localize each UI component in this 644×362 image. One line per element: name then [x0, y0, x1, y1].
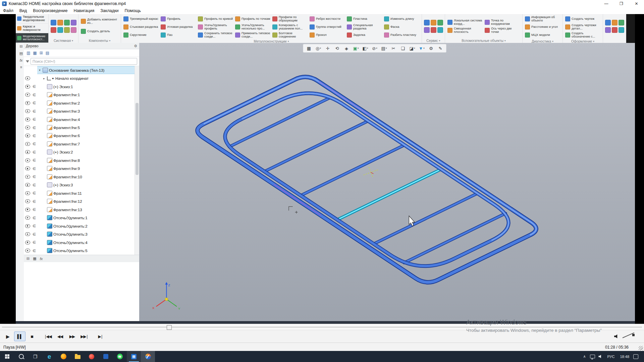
- stop-button[interactable]: ■: [26, 331, 38, 341]
- tree-item-main[interactable]: Фрагмент.frw:5: [37, 123, 139, 131]
- visibility-eye-icon[interactable]: [25, 118, 30, 121]
- tab-grid-icon[interactable]: ▦: [33, 256, 36, 261]
- visibility-eye-icon[interactable]: [25, 101, 30, 105]
- tree-item-8[interactable]: ∈Фрагмент.frw:5: [24, 123, 139, 131]
- tree-item-main[interactable]: Отсечь/Удлинить:4: [37, 238, 139, 246]
- ribbon-button[interactable]: Специальная разделка: [346, 23, 383, 31]
- tree-item-9[interactable]: ∈Фрагмент.frw:6: [24, 132, 139, 140]
- menu-item-3[interactable]: Воспроизведение: [30, 8, 70, 13]
- ribbon-button[interactable]: Болтовое соединение: [271, 31, 309, 39]
- service-icon-5[interactable]: [431, 27, 436, 33]
- service-icon-1[interactable]: [424, 20, 430, 25]
- menu-item-2[interactable]: Вид: [16, 8, 30, 13]
- seek-thumb[interactable]: [167, 325, 172, 330]
- service-icon-3[interactable]: [437, 20, 443, 25]
- ribbon-button[interactable]: Профиль по точкам: [234, 15, 271, 23]
- tree-scrollbar[interactable]: [135, 66, 139, 255]
- visibility-eye-icon[interactable]: [25, 142, 30, 146]
- visibility-eye-icon[interactable]: [25, 167, 30, 170]
- firefox-icon[interactable]: [56, 351, 70, 362]
- tree-item-main[interactable]: Фрагмент.frw:1: [37, 90, 139, 99]
- gear-icon[interactable]: ⚙: [134, 44, 137, 48]
- tree-item-main[interactable]: Отсечь/Удлинить:1: [37, 214, 139, 222]
- ribbon-group-label[interactable]: Вспомогательные объекты▾: [445, 38, 522, 43]
- tray-volume-icon[interactable]: [596, 355, 604, 358]
- ribbon-group-label[interactable]: Компоненты▾: [78, 38, 121, 43]
- tree-item-main[interactable]: Фрагмент.frw:3: [37, 107, 139, 115]
- ribbon-button[interactable]: Группа отверстий: [309, 23, 346, 31]
- visibility-eye-icon[interactable]: [25, 241, 30, 244]
- tree-item-main[interactable]: ▾Основание багажника (Тел-13): [37, 66, 139, 74]
- tree-item-main[interactable]: Фрагмент.frw:13: [37, 205, 139, 214]
- hidden-icons-chevron[interactable]: ∧: [580, 354, 588, 359]
- tree-item-23[interactable]: ∈Отсечь/Удлинить:5: [24, 246, 139, 254]
- tree-item-main[interactable]: Фрагмент.frw:12: [37, 197, 139, 205]
- rewind-button[interactable]: ◀◀: [54, 331, 66, 341]
- tab-structure-icon[interactable]: ⊟: [26, 256, 30, 261]
- volume-slider[interactable]: [623, 334, 635, 339]
- media-player-icon[interactable]: [141, 351, 155, 362]
- tree-item-main[interactable]: Фрагмент.frw:2: [37, 99, 139, 107]
- ribbon-button[interactable]: Создать обозначение с...: [564, 31, 601, 39]
- ribbon-button[interactable]: Стыковая разделка: [122, 23, 160, 31]
- ribbon-button[interactable]: МЦХ модели: [524, 31, 561, 39]
- visibility-eye-icon[interactable]: [25, 159, 30, 162]
- pause-button[interactable]: ▌▌: [14, 331, 25, 341]
- kompas-icon[interactable]: ▦: [127, 351, 141, 362]
- tree-view-icon-1[interactable]: ▥: [26, 51, 30, 55]
- tree-item-5[interactable]: ∈Фрагмент.frw:2: [24, 99, 139, 107]
- tree-item-main[interactable]: Фрагмент.frw:7: [37, 140, 139, 148]
- ribbon-group-label[interactable]: [603, 38, 626, 43]
- ribbon-group-label[interactable]: Металлоконструкции▾: [121, 40, 422, 43]
- extra-icon-2[interactable]: [612, 20, 618, 25]
- whatsapp-icon[interactable]: ☎: [113, 351, 127, 362]
- expander-icon[interactable]: ▸: [42, 77, 46, 80]
- action-center-icon[interactable]: [633, 354, 638, 359]
- extra-icon-3[interactable]: [619, 20, 624, 25]
- app-icon-red[interactable]: [85, 351, 99, 362]
- ribbon-tab-2[interactable]: Каркас и поверхности: [16, 24, 48, 34]
- tree-item-main[interactable]: Отсечь/Удлинить:5: [37, 246, 139, 254]
- ribbon-button[interactable]: Паз: [160, 31, 197, 39]
- tree-item-main[interactable]: (+) Эскиз:1: [37, 82, 139, 90]
- tree-item-4[interactable]: ∈Фрагмент.frw:1: [24, 90, 139, 99]
- tree-item-main[interactable]: Фрагмент.frw:10: [37, 173, 139, 181]
- play-button[interactable]: ▶: [2, 331, 13, 341]
- visibility-eye-icon[interactable]: [25, 208, 30, 212]
- search-button[interactable]: [14, 351, 28, 362]
- forward-button[interactable]: ▶▶: [66, 331, 78, 341]
- visibility-eye-icon[interactable]: [25, 85, 30, 88]
- tree-item-19[interactable]: ∈Отсечь/Удлинить:1: [24, 214, 139, 222]
- visibility-eye-icon[interactable]: [25, 109, 30, 113]
- network-icon[interactable]: [588, 355, 596, 358]
- ribbon-tab-1[interactable]: Твердотельное моделирование: [16, 14, 48, 24]
- ribbon-button[interactable]: Локальная система коорд...: [446, 18, 484, 26]
- visibility-eye-icon[interactable]: [25, 183, 30, 187]
- ribbon-group-label[interactable]: Оформление▾: [563, 40, 603, 43]
- tree-item-12[interactable]: ∈Фрагмент.frw:8: [24, 156, 139, 164]
- ribbon-button[interactable]: Изменить длину: [383, 15, 420, 23]
- tree-item-main[interactable]: (+) Эскиз:2: [37, 148, 139, 156]
- system-icon-8[interactable]: [71, 27, 76, 33]
- tree-item-3[interactable]: ∈(+) Эскиз:1: [24, 82, 139, 90]
- system-icon-1[interactable]: [51, 20, 56, 25]
- volume-icon[interactable]: [614, 334, 619, 339]
- minimize-button[interactable]: —: [599, 0, 614, 7]
- seek-bar[interactable]: [0, 324, 644, 330]
- edge-icon[interactable]: e: [42, 351, 56, 362]
- tree-item-15[interactable]: ∈(+) Эскиз:3: [24, 181, 139, 189]
- visibility-eye-icon[interactable]: [25, 249, 30, 252]
- tree-item-21[interactable]: ∈Отсечь/Удлинить:3: [24, 230, 139, 238]
- ribbon-button[interactable]: Скругление: [122, 31, 160, 39]
- resize-grip[interactable]: [639, 346, 643, 350]
- menu-item-4[interactable]: Навигация: [71, 8, 98, 13]
- visibility-eye-icon[interactable]: [25, 93, 30, 97]
- tree-item-11[interactable]: ∈(+) Эскиз:2: [24, 148, 139, 156]
- ribbon-button[interactable]: Копировать с указанием пол...: [271, 23, 309, 31]
- ribbon-group-label[interactable]: Диагностика▾: [523, 40, 562, 43]
- tree-item-main[interactable]: Отсечь/Удлинить:3: [37, 230, 139, 238]
- seek-groove[interactable]: [2, 327, 642, 328]
- visibility-eye-icon[interactable]: [25, 191, 30, 195]
- task-view-button[interactable]: ❐: [28, 351, 42, 362]
- ribbon-button[interactable]: Прокол: [309, 31, 346, 39]
